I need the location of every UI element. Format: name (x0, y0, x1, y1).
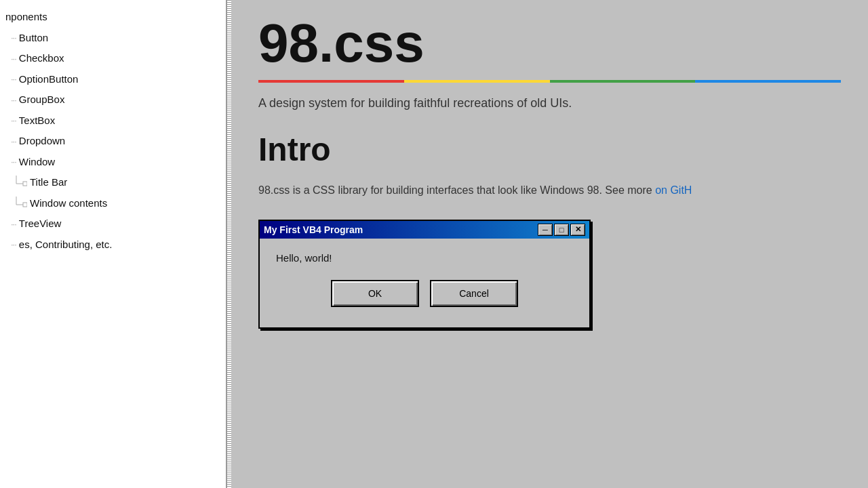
cancel-button[interactable]: Cancel (430, 280, 518, 307)
maximize-button[interactable]: □ (554, 224, 569, 236)
sidebar-label-treeview: TreeView (19, 216, 62, 232)
win98-action-buttons: OK Cancel (276, 280, 573, 314)
color-bar-green (550, 80, 696, 83)
close-icon: ✕ (575, 225, 581, 234)
subtitle: A design system for building faithful re… (258, 96, 841, 110)
sidebar-item-groupbox[interactable]: ··· GroupBox (0, 89, 226, 110)
dots: ··· (11, 52, 16, 66)
sidebar-label-optionbutton: OptionButton (19, 72, 79, 87)
sidebar-item-window[interactable]: ··· Window (0, 152, 226, 173)
win98-titlebar[interactable]: My First VB4 Program ─ □ ✕ (260, 221, 589, 239)
intro-link[interactable]: on GitH (655, 184, 692, 196)
page-title: 98.css (258, 14, 841, 73)
intro-heading: Intro (258, 131, 841, 168)
dots: ··· (11, 73, 16, 86)
tree-connector-icon (14, 176, 27, 189)
intro-text-body: 98.css is a CSS library for building int… (258, 184, 655, 196)
sidebar: nponents ··· Button ··· Checkbox ··· Opt… (0, 0, 227, 488)
sidebar-label-dropdown: Dropdown (19, 134, 65, 149)
svg-rect-2 (23, 182, 27, 186)
sidebar-item-etc[interactable]: ··· es, Contributing, etc. (0, 235, 226, 256)
color-bar-red (258, 80, 404, 83)
sidebar-label-window: Window (19, 155, 55, 170)
color-bar-yellow (404, 80, 550, 83)
sidebar-item-optionbutton[interactable]: ··· OptionButton (0, 69, 226, 90)
sidebar-label-components: nponents (5, 9, 47, 25)
titlebar-buttons: ─ □ ✕ (538, 224, 585, 236)
dots: ··· (11, 218, 16, 231)
close-button[interactable]: ✕ (570, 224, 585, 236)
svg-rect-5 (23, 203, 27, 207)
dots: ··· (11, 135, 16, 148)
sidebar-item-checkbox[interactable]: ··· Checkbox (0, 48, 226, 69)
dots: ··· (11, 155, 16, 169)
tree-connector-icon (14, 197, 27, 210)
sidebar-label-titlebar: Title Bar (30, 175, 67, 190)
sidebar-item-textbox[interactable]: ··· TextBox (0, 110, 226, 131)
sidebar-item-button[interactable]: ··· Button (0, 28, 226, 49)
sidebar-label-etc: es, Contributing, etc. (19, 237, 113, 253)
sidebar-item-components[interactable]: nponents (0, 7, 226, 28)
sidebar-item-dropdown[interactable]: ··· Dropdown (0, 131, 226, 152)
color-bar-blue (695, 80, 841, 83)
minimize-icon: ─ (542, 226, 548, 234)
dots: ··· (11, 238, 16, 251)
win98-body: Hello, world! OK Cancel (260, 239, 589, 327)
sidebar-label-groupbox: GroupBox (19, 92, 65, 108)
maximize-icon: □ (559, 226, 564, 234)
sidebar-item-treeview[interactable]: ··· TreeView (0, 214, 226, 235)
ok-button[interactable]: OK (331, 280, 419, 307)
minimize-button[interactable]: ─ (538, 224, 553, 236)
win98-body-text: Hello, world! (276, 252, 573, 264)
dots: ··· (11, 94, 16, 107)
dots: ··· (11, 31, 16, 45)
win98-window: My First VB4 Program ─ □ ✕ Hello, world!… (258, 220, 591, 329)
window-title: My First VB4 Program (264, 224, 363, 235)
sidebar-item-windowcontents[interactable]: Window contents (0, 193, 226, 214)
sidebar-label-checkbox: Checkbox (19, 51, 64, 66)
sidebar-item-titlebar[interactable]: Title Bar (0, 172, 226, 193)
intro-text: 98.css is a CSS library for building int… (258, 182, 841, 199)
sidebar-label-windowcontents: Window contents (30, 196, 107, 211)
dots: ··· (11, 114, 16, 127)
color-bar (258, 80, 841, 83)
sidebar-label-button: Button (19, 30, 48, 46)
main-content: 98.css A design system for building fait… (231, 0, 868, 488)
sidebar-label-textbox: TextBox (19, 113, 55, 129)
